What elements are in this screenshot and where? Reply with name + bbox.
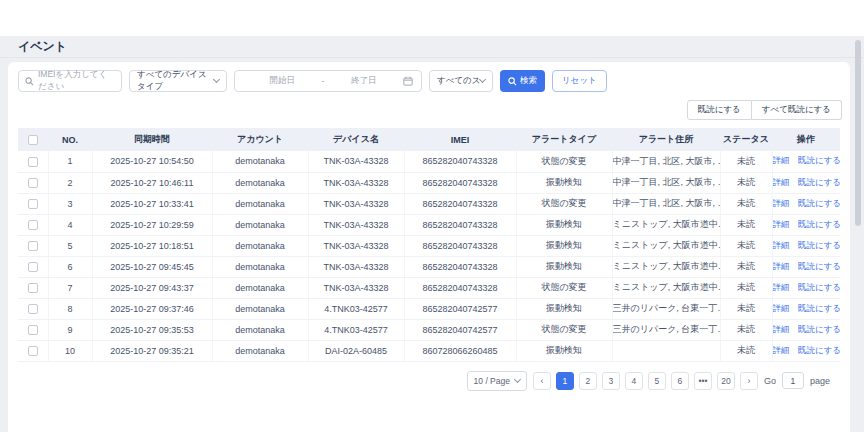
page-button-20[interactable]: 20 bbox=[717, 372, 735, 390]
row-mark-read-link[interactable]: 既読にする bbox=[798, 345, 840, 355]
cell-alert-type: 振動検知 bbox=[516, 298, 612, 319]
cell-alert-type: 振動検知 bbox=[516, 235, 612, 256]
detail-link[interactable]: 詳細 bbox=[773, 282, 790, 292]
imei-search-input[interactable]: IMEIを入力してください bbox=[18, 70, 122, 92]
page-button-4[interactable]: 4 bbox=[625, 372, 643, 390]
cell-imei: 865282040743328 bbox=[404, 235, 516, 256]
table-row: 8 2025-10-27 09:37:46 demotanaka 4.TNK03… bbox=[18, 298, 840, 319]
detail-link[interactable]: 詳細 bbox=[773, 198, 790, 208]
reset-button[interactable]: リセット bbox=[552, 70, 607, 92]
detail-link[interactable]: 詳細 bbox=[773, 345, 790, 355]
page-button-6[interactable]: 6 bbox=[671, 372, 689, 390]
cell-imei: 865282040742577 bbox=[404, 298, 516, 319]
detail-link[interactable]: 詳細 bbox=[773, 261, 790, 271]
cell-device-name: 4.TNK03-42577 bbox=[308, 298, 404, 319]
header-device-name: デバイス名 bbox=[308, 128, 404, 151]
cell-device-name: TNK-03A-43328 bbox=[308, 151, 404, 172]
event-card: IMEIを入力してください すべてのデバイス タイプ 開始日 - 終了日 すべて… bbox=[8, 62, 850, 432]
cell-status: 未読 bbox=[720, 256, 772, 277]
row-checkbox[interactable] bbox=[28, 178, 38, 188]
detail-link[interactable]: 詳細 bbox=[773, 240, 790, 250]
row-mark-read-link[interactable]: 既読にする bbox=[798, 198, 840, 208]
next-page-button[interactable]: › bbox=[740, 372, 758, 390]
status-select[interactable]: すべてのステ bbox=[429, 70, 493, 92]
row-checkbox[interactable] bbox=[28, 325, 38, 335]
cell-no: 7 bbox=[48, 277, 92, 298]
row-checkbox[interactable] bbox=[28, 262, 38, 272]
page-button-2[interactable]: 2 bbox=[579, 372, 597, 390]
header-account: アカウント bbox=[212, 128, 308, 151]
cell-device-name: TNK-03A-43328 bbox=[308, 214, 404, 235]
row-checkbox[interactable] bbox=[28, 199, 38, 209]
vertical-scrollbar[interactable] bbox=[855, 40, 861, 226]
detail-link[interactable]: 詳細 bbox=[773, 155, 790, 165]
bulk-action-bar: 既読にする すべて既読にする bbox=[8, 92, 850, 120]
row-checkbox[interactable] bbox=[28, 241, 38, 251]
cell-imei: 860728066260485 bbox=[404, 340, 516, 361]
calendar-icon bbox=[403, 76, 413, 86]
row-mark-read-link[interactable]: 既読にする bbox=[798, 282, 840, 292]
cell-status: 未読 bbox=[720, 340, 772, 361]
cell-sync-time: 2025-10-27 10:54:50 bbox=[92, 151, 212, 172]
search-button-label: 検索 bbox=[520, 75, 537, 87]
row-checkbox[interactable] bbox=[28, 220, 38, 230]
row-mark-read-link[interactable]: 既読にする bbox=[798, 303, 840, 313]
chevron-down-icon bbox=[514, 375, 521, 382]
row-mark-read-link[interactable]: 既読にする bbox=[798, 155, 840, 165]
cell-imei: 865282040742577 bbox=[404, 319, 516, 340]
header-alert-address: アラート住所 bbox=[612, 128, 720, 151]
mark-all-read-button[interactable]: すべて既読にする bbox=[752, 100, 842, 120]
cell-device-name: TNK-03A-43328 bbox=[308, 256, 404, 277]
detail-link[interactable]: 詳細 bbox=[773, 324, 790, 334]
row-checkbox[interactable] bbox=[28, 283, 38, 293]
cell-status: 未読 bbox=[720, 277, 772, 298]
mark-read-button[interactable]: 既読にする bbox=[687, 100, 752, 120]
row-checkbox[interactable] bbox=[28, 157, 38, 167]
detail-link[interactable]: 詳細 bbox=[773, 303, 790, 313]
prev-page-button[interactable]: ‹ bbox=[533, 372, 551, 390]
page-button-1[interactable]: 1 bbox=[556, 372, 574, 390]
cell-imei: 865282040743328 bbox=[404, 151, 516, 172]
page-button-5[interactable]: 5 bbox=[648, 372, 666, 390]
detail-link[interactable]: 詳細 bbox=[773, 177, 790, 187]
go-label: Go bbox=[764, 376, 776, 386]
search-icon bbox=[508, 77, 517, 86]
date-range-picker[interactable]: 開始日 - 終了日 bbox=[234, 70, 422, 92]
page-size-select[interactable]: 10 / Page bbox=[467, 371, 527, 391]
row-mark-read-link[interactable]: 既読にする bbox=[798, 177, 840, 187]
cell-account: demotanaka bbox=[212, 172, 308, 193]
search-button[interactable]: 検索 bbox=[500, 70, 545, 92]
cell-device-name: 4.TNK03-42577 bbox=[308, 319, 404, 340]
page-button-3[interactable]: 3 bbox=[602, 372, 620, 390]
cell-no: 8 bbox=[48, 298, 92, 319]
cell-alert-type: 状態の変更 bbox=[516, 193, 612, 214]
row-mark-read-link[interactable]: 既読にする bbox=[798, 240, 840, 250]
cell-alert-address bbox=[612, 340, 720, 361]
chevron-down-icon bbox=[213, 76, 220, 83]
cell-alert-type: 振動検知 bbox=[516, 172, 612, 193]
page-header: イベント bbox=[0, 36, 864, 58]
cell-device-name: TNK-03A-43328 bbox=[308, 172, 404, 193]
cell-status: 未読 bbox=[720, 298, 772, 319]
page-size-value: 10 / Page bbox=[474, 376, 510, 386]
cell-alert-address: ミニストップ, 大阪市道中… bbox=[612, 256, 720, 277]
cell-alert-address: 中津一丁目, 北区, 大阪市, … bbox=[612, 151, 720, 172]
cell-account: demotanaka bbox=[212, 256, 308, 277]
row-checkbox[interactable] bbox=[28, 304, 38, 314]
page-ellipsis-button[interactable]: ••• bbox=[694, 372, 712, 390]
detail-link[interactable]: 詳細 bbox=[773, 219, 790, 229]
device-type-select[interactable]: すべてのデバイス タイプ bbox=[129, 70, 227, 92]
go-page-input[interactable] bbox=[782, 372, 804, 389]
row-mark-read-link[interactable]: 既読にする bbox=[798, 261, 840, 271]
cell-sync-time: 2025-10-27 09:43:37 bbox=[92, 277, 212, 298]
row-mark-read-link[interactable]: 既読にする bbox=[798, 324, 840, 334]
cell-device-name: DAI-02A-60485 bbox=[308, 340, 404, 361]
cell-account: demotanaka bbox=[212, 298, 308, 319]
select-all-checkbox[interactable] bbox=[28, 135, 38, 145]
header-status: ステータス bbox=[720, 128, 772, 151]
cell-alert-address: ミニストップ, 大阪市道中… bbox=[612, 214, 720, 235]
page-buttons: ‹123456•••20› bbox=[533, 372, 758, 390]
row-mark-read-link[interactable]: 既読にする bbox=[798, 219, 840, 229]
row-checkbox[interactable] bbox=[28, 346, 38, 356]
cell-no: 9 bbox=[48, 319, 92, 340]
